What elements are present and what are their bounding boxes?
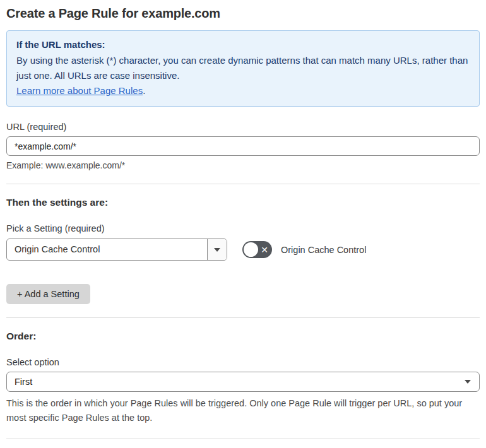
link-suffix: . xyxy=(143,85,145,96)
learn-more-link[interactable]: Learn more about Page Rules xyxy=(16,85,143,96)
order-help-text: This is the order in which your Page Rul… xyxy=(6,396,478,425)
url-example-text: Example: www.example.com/* xyxy=(6,160,480,170)
add-setting-button[interactable]: + Add a Setting xyxy=(6,284,90,304)
chevron-down-icon xyxy=(465,380,471,384)
setting-select[interactable]: Origin Cache Control xyxy=(6,239,227,261)
url-input[interactable] xyxy=(6,136,480,156)
setting-select-arrow-button[interactable] xyxy=(207,239,227,260)
divider xyxy=(6,184,480,184)
pick-setting-label: Pick a Setting (required) xyxy=(6,223,480,233)
url-label: URL (required) xyxy=(6,122,480,132)
info-box-heading: If the URL matches: xyxy=(16,37,470,52)
url-match-info-box: If the URL matches: By using the asteris… xyxy=(6,30,480,107)
origin-cache-control-toggle[interactable]: ✕ xyxy=(242,241,272,258)
setting-select-value: Origin Cache Control xyxy=(7,239,207,260)
setting-row: Origin Cache Control ✕ Origin Cache Cont… xyxy=(6,239,480,261)
order-select-value: First xyxy=(7,377,465,387)
divider xyxy=(6,317,480,318)
order-section-heading: Order: xyxy=(6,331,480,342)
setting-toggle-group: ✕ Origin Cache Control xyxy=(242,241,366,258)
divider xyxy=(6,439,480,439)
chevron-down-icon xyxy=(214,248,220,252)
create-page-rule-form: Create a Page Rule for example.com If th… xyxy=(0,6,486,448)
toggle-knob xyxy=(244,242,258,257)
order-select[interactable]: First xyxy=(6,372,480,392)
order-select-label: Select option xyxy=(6,357,480,367)
info-box-body: By using the asterisk (*) character, you… xyxy=(16,53,470,83)
page-title: Create a Page Rule for example.com xyxy=(6,6,480,21)
toggle-off-x-icon: ✕ xyxy=(261,245,268,254)
toggle-label: Origin Cache Control xyxy=(281,245,366,255)
settings-section-heading: Then the settings are: xyxy=(6,197,480,208)
info-box-link-row: Learn more about Page Rules. xyxy=(16,83,470,98)
